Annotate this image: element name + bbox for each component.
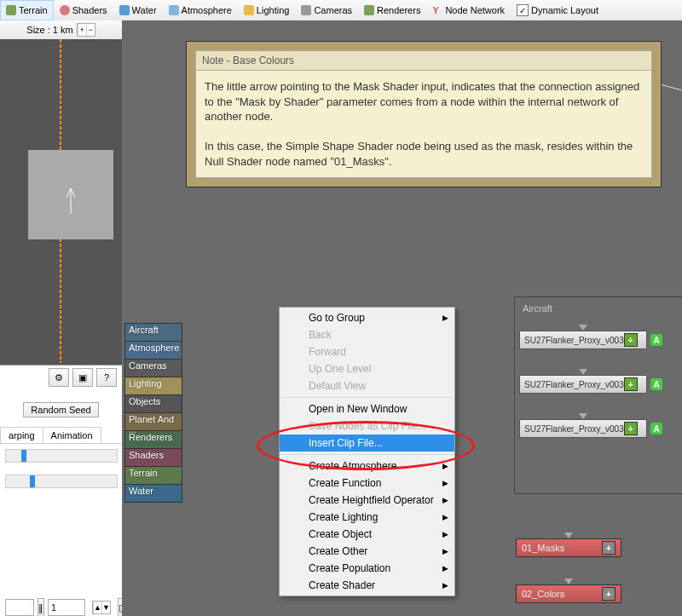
chevron-right-icon: ▶ [442,581,448,590]
chevron-right-icon: ▶ [442,564,448,573]
chevron-right-icon: ▶ [442,496,448,504]
size-spinner[interactable]: +− [77,23,95,37]
slider-1[interactable] [5,449,118,463]
mi-create-object[interactable]: Create Object▶ [280,526,454,543]
control-panel: ⚙ ▣ ? Random Seed arping Animation ‖ ▲▼ … [0,365,122,616]
help-icon[interactable]: ? [96,368,117,387]
tab-water[interactable]: Water [113,0,163,20]
node-network-view[interactable]: Note - Base Colours The little arrow poi… [122,20,682,616]
node-su27-2[interactable]: SU27Flanker_Proxy_v003+ [519,375,647,394]
tab-renderers[interactable]: Renderers [358,0,426,20]
node-01-masks[interactable]: 01_Masks+ [516,538,621,557]
tab-warping[interactable]: arping [0,427,43,443]
mi-up-one-level: Up One Level [280,360,454,377]
tab-terrain[interactable]: Terrain [0,0,54,20]
tab-cameras[interactable]: Cameras [295,0,358,20]
mi-insert-clip[interactable]: Insert Clip File... [280,435,454,452]
chevron-right-icon: ▶ [442,314,448,322]
tab-node-network[interactable]: YNode Network [426,0,511,20]
note-body: The little arrow pointing to the Mask Sh… [195,71,652,178]
mi-go-to-group[interactable]: Go to Group▶ [280,309,454,326]
mi-save-clip: Save Nodes as Clip File... [280,417,454,435]
tab-atmosphere[interactable]: Atmosphere [163,0,238,20]
size-label: Size : 1 km [26,25,72,35]
node-su27-1[interactable]: SU27Flanker_Proxy_v003+ [519,331,647,349]
chevron-right-icon: ▶ [442,479,448,487]
menu-separator [280,397,454,398]
chevron-right-icon: ▶ [442,547,448,556]
preview-viewport[interactable] [0,39,122,363]
menu-separator [280,454,454,455]
step-icon[interactable]: ‖ [38,598,44,616]
note-node[interactable]: Note - Base Colours The little arrow poi… [186,41,662,187]
active-badge: A [650,378,662,390]
active-badge: A [650,334,662,346]
anim-tabs: arping Animation [0,427,122,444]
chevron-right-icon: ▶ [442,530,448,538]
left-panel: Size : 1 km +− ⚙ ▣ ? Random Seed arping … [0,20,123,616]
cat-cameras[interactable]: Cameras [124,359,182,377]
view-icon[interactable]: ▣ [72,368,93,387]
frame-spinner[interactable]: ▲▼ [92,601,111,614]
mi-create-shader[interactable]: Create Shader▶ [280,577,454,594]
mi-create-other[interactable]: Create Other▶ [280,543,454,560]
cat-objects[interactable]: Objects [124,394,182,413]
cat-atmosphere[interactable]: Atmosphere [124,341,182,360]
frame-input-b[interactable] [48,599,85,616]
checkbox-icon: ✓ [517,4,529,16]
cat-water[interactable]: Water [124,484,182,503]
cat-renderers[interactable]: Renderers [124,430,182,449]
terrain-preview [28,150,113,239]
group-aircraft[interactable]: Aircraft SU27Flanker_Proxy_v003+A SU27Fl… [514,296,682,494]
group-title: Aircraft [519,302,682,315]
mi-create-atmosphere[interactable]: Create Atmosphere▶ [280,458,454,475]
mi-forward: Forward [280,343,454,360]
cat-aircraft[interactable]: Aircraft [124,323,182,342]
frame-input-a[interactable] [5,599,34,616]
active-badge: A [650,423,662,435]
cat-lighting[interactable]: Lighting [124,377,182,395]
mi-create-function[interactable]: Create Function▶ [280,475,454,492]
gear-icon[interactable]: ⚙ [49,368,69,387]
mi-open-new-window[interactable]: Open in New Window [280,400,454,417]
node-su27-3[interactable]: SU27Flanker_Proxy_v003+ [519,419,647,438]
main-toolbar: Terrain Shaders Water Atmosphere Lightin… [0,0,682,21]
cat-terrain[interactable]: Terrain [124,466,182,485]
note-title: Note - Base Colours [195,50,652,71]
size-bar: Size : 1 km +− [0,20,122,40]
category-list: Aircraft Atmosphere Cameras Lighting Obj… [124,323,182,502]
chevron-right-icon: ▶ [442,513,448,521]
tab-shaders[interactable]: Shaders [54,0,113,20]
context-menu: Go to Group▶ Back Forward Up One Level D… [279,307,455,596]
mi-default-view: Default View [280,377,454,394]
mi-back: Back [280,326,454,343]
node-02-colors[interactable]: 02_Colors+ [516,584,621,603]
cat-planet[interactable]: Planet And ... [124,412,182,431]
toggle-dynamic-layout[interactable]: ✓Dynamic Layout [511,0,604,20]
tab-lighting[interactable]: Lighting [238,0,296,20]
tab-animation[interactable]: Animation [43,427,101,443]
mi-create-heightfield[interactable]: Create Heightfield Operator▶ [280,492,454,509]
chevron-right-icon: ▶ [442,462,448,470]
mi-create-lighting[interactable]: Create Lighting▶ [280,509,454,526]
cat-shaders[interactable]: Shaders [124,448,182,467]
mi-create-population[interactable]: Create Population▶ [280,560,454,577]
slider-2[interactable] [5,475,118,488]
random-seed-button[interactable]: Random Seed [23,402,98,417]
